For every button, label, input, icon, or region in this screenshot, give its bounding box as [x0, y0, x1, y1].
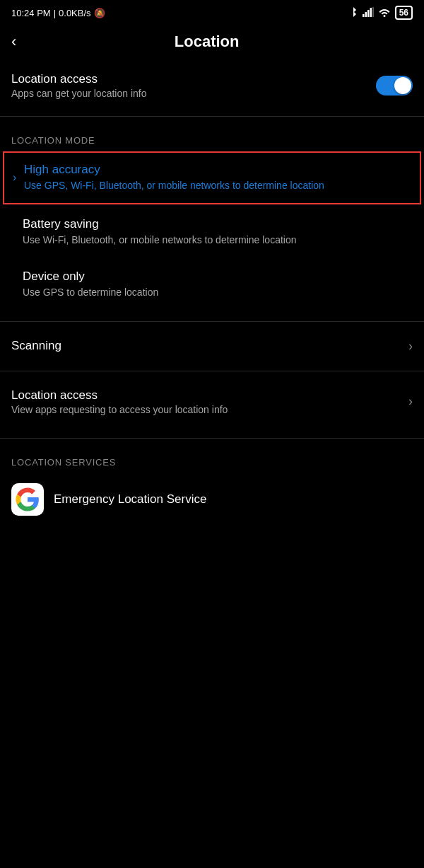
mode-high-accuracy-desc: Use GPS, Wi-Fi, Bluetooth, or mobile net…: [24, 179, 411, 193]
page-title: Location: [28, 33, 386, 51]
emergency-location-service[interactable]: Emergency Location Service: [0, 473, 424, 526]
mode-device-only[interactable]: Device only Use GPS to determine locatio…: [0, 260, 424, 310]
mode-battery-saving-desc: Use Wi-Fi, Bluetooth, or mobile networks…: [23, 233, 413, 248]
mute-icon: 🔕: [94, 8, 105, 18]
scanning-nav-item[interactable]: Scanning ›: [0, 328, 424, 365]
network-speed-value: 0.0KB/s: [59, 8, 91, 18]
svg-rect-2: [367, 10, 370, 17]
separator-4: [0, 438, 424, 439]
battery-indicator: 56: [395, 6, 413, 20]
bluetooth-icon: [348, 6, 358, 20]
separator-2: [0, 321, 424, 322]
time-display: 10:24 PM: [11, 8, 51, 18]
location-services-section-label: LOCATION SERVICES: [0, 444, 424, 473]
location-access-nav-sub: View apps requesting to access your loca…: [11, 404, 228, 415]
status-left: 10:24 PM | 0.0KB/s 🔕: [11, 8, 105, 18]
location-mode-section-label: LOCATION MODE: [0, 122, 424, 151]
separator-3: [0, 371, 424, 371]
scanning-chevron-icon: ›: [408, 339, 413, 354]
chevron-selected-icon: ›: [13, 171, 16, 184]
emergency-location-service-name: Emergency Location Service: [54, 492, 206, 507]
mode-device-only-desc: Use GPS to determine location: [23, 286, 413, 300]
location-access-toggle[interactable]: [376, 76, 413, 96]
network-speed: |: [54, 8, 56, 18]
scanning-title: Scanning: [11, 339, 61, 353]
mode-battery-saving-title: Battery saving: [23, 217, 413, 231]
svg-rect-3: [370, 8, 372, 17]
mode-high-accuracy-title: High accuracy: [24, 163, 411, 177]
location-access-desc: Apps can get your location info: [11, 88, 146, 99]
google-icon: [11, 483, 44, 516]
svg-rect-4: [372, 7, 374, 17]
mode-device-only-title: Device only: [23, 270, 413, 284]
mode-high-accuracy[interactable]: › High accuracy Use GPS, Wi-Fi, Bluetoot…: [3, 151, 421, 204]
svg-rect-0: [363, 14, 365, 17]
location-access-text: Location access Apps can get your locati…: [11, 72, 146, 99]
status-right: 56: [348, 6, 413, 20]
location-access-nav-title: Location access: [11, 388, 228, 403]
signal-icon: [363, 7, 374, 19]
wifi-icon: [378, 7, 391, 19]
location-access-row: Location access Apps can get your locati…: [0, 61, 424, 110]
back-button[interactable]: ‹: [11, 34, 16, 50]
mode-battery-saving[interactable]: Battery saving Use Wi-Fi, Bluetooth, or …: [0, 207, 424, 257]
toggle-knob: [394, 77, 411, 94]
location-access-label: Location access: [11, 72, 146, 86]
page-header: ‹ Location: [0, 23, 424, 61]
separator-1: [0, 116, 424, 117]
location-access-chevron-icon: ›: [408, 394, 413, 409]
status-bar: 10:24 PM | 0.0KB/s 🔕: [0, 0, 424, 23]
location-access-nav-item[interactable]: Location access View apps requesting to …: [0, 377, 424, 427]
svg-rect-1: [365, 12, 367, 17]
